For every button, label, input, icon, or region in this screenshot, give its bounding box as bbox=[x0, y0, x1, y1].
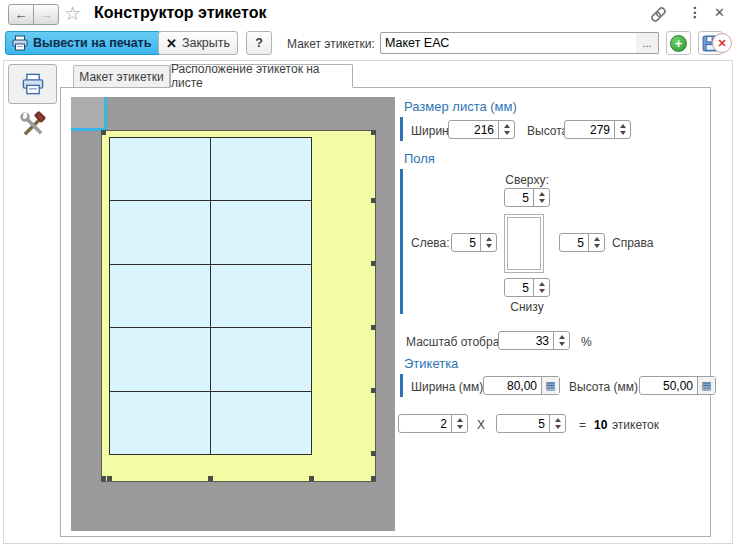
margin-right-spinner[interactable]: 5 bbox=[559, 233, 605, 252]
margin-top-spinner[interactable]: 5 bbox=[504, 188, 550, 207]
sheet-width-spinner[interactable]: 216 bbox=[448, 120, 515, 139]
margin-left-spinner[interactable]: 5 bbox=[451, 233, 497, 252]
tab-content: Размер листа (мм) Ширина: 216 Высота: 27… bbox=[60, 87, 711, 537]
margin-right-value: 5 bbox=[560, 234, 588, 251]
margin-bottom-label: Снизу bbox=[504, 300, 550, 314]
printer-icon bbox=[22, 73, 44, 95]
label-cell[interactable] bbox=[110, 201, 210, 263]
form-close-icon[interactable]: ✕ bbox=[712, 33, 732, 53]
handle[interactable] bbox=[371, 130, 376, 135]
total-count: 10 bbox=[594, 418, 607, 432]
section-title-sheet-size: Размер листа (мм) bbox=[404, 99, 517, 114]
spin-buttons[interactable] bbox=[451, 415, 467, 432]
window-close-icon[interactable]: ✕ bbox=[714, 5, 725, 20]
print-button[interactable]: Вывести на печать bbox=[5, 31, 161, 55]
spin-buttons[interactable] bbox=[549, 415, 565, 432]
label-cell[interactable] bbox=[211, 138, 311, 200]
label-cell[interactable] bbox=[211, 392, 311, 454]
layout-choose-button[interactable]: ... bbox=[636, 32, 659, 54]
label-cell[interactable] bbox=[110, 392, 210, 454]
sheet[interactable] bbox=[101, 130, 376, 482]
section-accent-bar bbox=[400, 169, 403, 314]
handle[interactable] bbox=[371, 388, 376, 393]
scale-unit: % bbox=[581, 335, 592, 349]
total-suffix: этикеток bbox=[612, 418, 659, 432]
margin-bottom-spinner[interactable]: 5 bbox=[504, 278, 550, 297]
label-width-label: Ширина (мм): bbox=[411, 380, 487, 394]
section-title-margins: Поля bbox=[404, 151, 435, 166]
label-cell[interactable] bbox=[110, 138, 210, 200]
help-label: ? bbox=[255, 36, 263, 50]
spin-buttons[interactable] bbox=[533, 189, 549, 206]
spin-buttons[interactable] bbox=[588, 234, 604, 251]
tab-label: Макет этикетки bbox=[79, 70, 163, 84]
title-bar: ← → ☆ Конструктор этикеток ⋮ ✕ bbox=[0, 0, 739, 29]
sheet-height-value: 279 bbox=[565, 121, 614, 138]
toolbar: Вывести на печать ✕ Закрыть ? Макет этик… bbox=[0, 29, 739, 58]
section-accent-bar bbox=[400, 117, 403, 141]
label-cell[interactable] bbox=[110, 265, 210, 327]
spin-buttons[interactable] bbox=[498, 121, 514, 138]
get-link-icon[interactable] bbox=[650, 6, 667, 26]
scale-spinner[interactable]: 33 bbox=[498, 331, 570, 350]
rows-value: 5 bbox=[497, 415, 549, 432]
label-cell[interactable] bbox=[211, 201, 311, 263]
handle[interactable] bbox=[371, 261, 376, 266]
spin-buttons[interactable] bbox=[480, 234, 496, 251]
page-title: Конструктор этикеток bbox=[94, 4, 266, 22]
sidebar-tab-settings[interactable] bbox=[8, 106, 57, 144]
label-height-label: Высота (мм): bbox=[569, 380, 641, 394]
margin-top-value: 5 bbox=[505, 189, 533, 206]
favorite-star-icon[interactable]: ☆ bbox=[64, 2, 81, 25]
back-button[interactable]: ← bbox=[8, 4, 34, 25]
forward-button[interactable]: → bbox=[33, 4, 59, 25]
tab-labels-on-sheet[interactable]: Расположение этикеток на листе bbox=[170, 64, 353, 88]
section-accent-bar bbox=[400, 374, 403, 397]
label-width-value: 80,00 bbox=[484, 377, 541, 394]
handle[interactable] bbox=[107, 476, 112, 481]
handle[interactable] bbox=[371, 325, 376, 330]
calculator-icon[interactable]: ▦ bbox=[541, 377, 559, 394]
close-button-label: Закрыть bbox=[182, 36, 230, 50]
handle[interactable] bbox=[101, 476, 106, 481]
printer-icon bbox=[12, 35, 28, 51]
ruler-corner bbox=[71, 97, 106, 128]
label-height-field[interactable]: 50,00 ▦ bbox=[639, 376, 716, 395]
handle[interactable] bbox=[371, 451, 376, 456]
nav-buttons: ← → bbox=[8, 4, 59, 25]
tools-icon bbox=[19, 111, 47, 139]
chain-link-icon bbox=[650, 6, 667, 23]
margin-right-label: Справа bbox=[612, 236, 653, 250]
margin-left-label: Слева: bbox=[411, 236, 450, 250]
label-width-field[interactable]: 80,00 ▦ bbox=[483, 376, 560, 395]
more-menu-icon[interactable]: ⋮ bbox=[688, 4, 702, 20]
margins-preview-inner bbox=[507, 217, 541, 270]
columns-value: 2 bbox=[399, 415, 451, 432]
rows-spinner[interactable]: 5 bbox=[496, 414, 566, 433]
layout-name-input[interactable] bbox=[380, 32, 637, 54]
label-cell[interactable] bbox=[110, 328, 210, 390]
handle[interactable] bbox=[371, 476, 376, 481]
handle[interactable] bbox=[371, 198, 376, 203]
tab-label-layout[interactable]: Макет этикетки bbox=[73, 65, 170, 87]
add-button[interactable]: + bbox=[666, 31, 691, 55]
sidebar-tab-print[interactable] bbox=[8, 64, 57, 104]
equals-sign: = bbox=[579, 418, 586, 432]
handle[interactable] bbox=[208, 476, 213, 481]
calculator-icon[interactable]: ▦ bbox=[697, 377, 715, 394]
help-button[interactable]: ? bbox=[246, 31, 272, 55]
sheet-preview-canvas[interactable] bbox=[71, 97, 395, 531]
close-x-icon: ✕ bbox=[166, 36, 177, 51]
spin-buttons[interactable] bbox=[553, 332, 569, 349]
label-cell[interactable] bbox=[211, 265, 311, 327]
margin-left-value: 5 bbox=[452, 234, 480, 251]
label-cell[interactable] bbox=[211, 328, 311, 390]
close-button[interactable]: ✕ Закрыть bbox=[158, 31, 238, 55]
section-title-label: Этикетка bbox=[404, 356, 458, 371]
handle[interactable] bbox=[309, 476, 314, 481]
spin-buttons[interactable] bbox=[533, 279, 549, 296]
spin-buttons[interactable] bbox=[614, 121, 630, 138]
sheet-height-spinner[interactable]: 279 bbox=[564, 120, 631, 139]
columns-spinner[interactable]: 2 bbox=[398, 414, 468, 433]
handle[interactable] bbox=[101, 130, 106, 135]
